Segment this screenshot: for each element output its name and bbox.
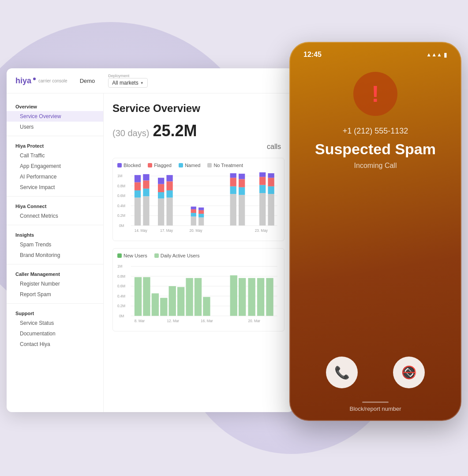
deployment-label: Deployment — [108, 74, 147, 78]
block-report-bar: Block/report number — [349, 402, 401, 412]
sidebar-item-service-impact[interactable]: Service Impact — [7, 182, 103, 193]
svg-rect-69 — [143, 277, 150, 316]
warning-circle: ! — [353, 72, 397, 116]
svg-rect-15 — [135, 175, 141, 182]
sidebar-section-support: Support — [7, 307, 103, 318]
svg-rect-24 — [166, 197, 172, 225]
dashboard-header: hiya carrier console Demo Deployment All… — [7, 68, 293, 93]
sidebar-item-service-status[interactable]: Service Status — [7, 318, 103, 328]
svg-rect-78 — [239, 278, 246, 316]
svg-text:0.6M: 0.6M — [117, 194, 125, 198]
sidebar-item-call-traffic[interactable]: Call Traffic — [7, 150, 103, 161]
legend-daily-active-label: Daily Active Users — [161, 253, 200, 258]
sidebar-item-users[interactable]: Users — [7, 122, 103, 132]
legend-new-users: New Users — [117, 253, 147, 258]
svg-rect-80 — [257, 278, 264, 316]
phone-time: 12:45 — [303, 51, 322, 59]
svg-rect-33 — [198, 214, 204, 217]
hiya-logo: hiya carrier console — [15, 76, 67, 86]
svg-rect-75 — [195, 278, 202, 316]
svg-rect-36 — [230, 194, 236, 226]
sidebar-item-spam-trends[interactable]: Spam Trends — [7, 239, 103, 250]
svg-rect-35 — [198, 208, 204, 210]
svg-text:0.2M: 0.2M — [117, 304, 125, 308]
sidebar-item-app-engagement[interactable]: App Engagement — [7, 161, 103, 171]
svg-rect-48 — [268, 194, 274, 226]
logo-dot — [33, 78, 36, 80]
svg-rect-20 — [158, 198, 164, 225]
stats-period: (30 days) — [112, 128, 149, 138]
stats-row: (30 days) 25.2M — [112, 122, 285, 140]
svg-rect-81 — [266, 278, 273, 316]
chart1-svg: 1M 0.8M 0.6M 0.4M 0.2M 0M — [117, 171, 280, 234]
svg-rect-23 — [158, 178, 164, 184]
svg-rect-14 — [135, 182, 141, 190]
chart2-container: New Users Daily Active Users — [112, 248, 285, 331]
blocked-color — [117, 163, 122, 167]
call-type: Incoming Call — [354, 162, 397, 170]
demo-badge: Demo — [80, 78, 95, 84]
chevron-down-icon: ▼ — [140, 81, 144, 85]
main-content: Service Overview (30 days) 25.2M calls B… — [104, 93, 293, 412]
signal-icon: ▲▲▲ — [426, 52, 442, 58]
svg-rect-74 — [186, 278, 193, 316]
svg-rect-46 — [259, 177, 266, 185]
svg-rect-31 — [191, 207, 196, 209]
stats-number: 25.2M — [153, 122, 197, 140]
legend-daily-active: Daily Active Users — [154, 253, 200, 258]
chart2-legend: New Users Daily Active Users — [117, 253, 280, 258]
svg-rect-12 — [135, 197, 141, 225]
end-call-icon: 📵 — [398, 362, 419, 383]
dashboard-body: Overview Service Overview Users Hiya Pro… — [7, 93, 293, 412]
svg-rect-38 — [230, 178, 236, 186]
sidebar-item-register-number[interactable]: Register Number — [7, 279, 103, 289]
svg-text:14. May: 14. May — [135, 229, 148, 233]
page-title: Service Overview — [112, 102, 285, 115]
svg-rect-68 — [135, 277, 142, 316]
deployment-value: All markets — [112, 80, 138, 86]
svg-text:20. Mar: 20. Mar — [248, 319, 260, 323]
legend-blocked-label: Blocked — [124, 163, 141, 168]
svg-rect-79 — [248, 278, 255, 316]
phone-mockup: 12:45 ▲▲▲ ▮ ! +1 (212) 555-1132 Suspecte… — [289, 42, 461, 421]
svg-rect-71 — [160, 298, 167, 316]
svg-text:0.2M: 0.2M — [117, 214, 125, 218]
svg-rect-30 — [191, 209, 196, 213]
svg-text:20. May: 20. May — [190, 229, 203, 233]
svg-rect-77 — [230, 275, 237, 316]
no-treatment-color — [207, 163, 212, 167]
sidebar-item-documentation[interactable]: Documentation — [7, 328, 103, 339]
svg-rect-37 — [230, 186, 236, 194]
new-users-color — [117, 253, 122, 258]
svg-rect-19 — [143, 174, 149, 180]
sidebar-item-ai-performance[interactable]: AI Performance — [7, 171, 103, 182]
svg-text:8. Mar: 8. Mar — [135, 319, 145, 323]
sidebar-item-brand-monitoring[interactable]: Brand Monitoring — [7, 250, 103, 260]
svg-rect-17 — [143, 189, 149, 196]
sidebar-item-contact-hiya[interactable]: Contact Hiya — [7, 339, 103, 350]
svg-rect-40 — [239, 195, 245, 226]
flagged-color — [148, 163, 152, 167]
accept-button[interactable]: 📞 — [326, 357, 358, 388]
decline-button[interactable]: 📵 — [393, 357, 425, 388]
sidebar-item-report-spam[interactable]: Report Spam — [7, 289, 103, 300]
logo-subtitle: carrier console — [38, 78, 67, 83]
svg-rect-22 — [158, 184, 164, 192]
deployment-select[interactable]: All markets ▼ — [108, 78, 147, 88]
sidebar-item-connect-metrics[interactable]: Connect Metrics — [7, 211, 103, 221]
svg-rect-51 — [268, 173, 274, 178]
phone-status-bar: 12:45 ▲▲▲ ▮ — [296, 51, 454, 59]
block-report-label[interactable]: Block/report number — [349, 405, 401, 412]
svg-text:0.8M: 0.8M — [117, 275, 125, 279]
svg-rect-73 — [177, 287, 184, 316]
svg-rect-50 — [268, 178, 274, 186]
legend-no-treatment: No Treatment — [207, 163, 243, 168]
svg-rect-29 — [191, 213, 196, 216]
chart1-legend: Blocked Flagged Named No Treatment — [117, 163, 280, 168]
svg-text:1M: 1M — [117, 264, 123, 268]
sidebar-item-service-overview[interactable]: Service Overview — [7, 111, 103, 122]
legend-flagged: Flagged — [148, 163, 172, 168]
svg-rect-18 — [143, 180, 149, 188]
svg-rect-27 — [166, 175, 172, 181]
svg-rect-41 — [239, 187, 245, 195]
